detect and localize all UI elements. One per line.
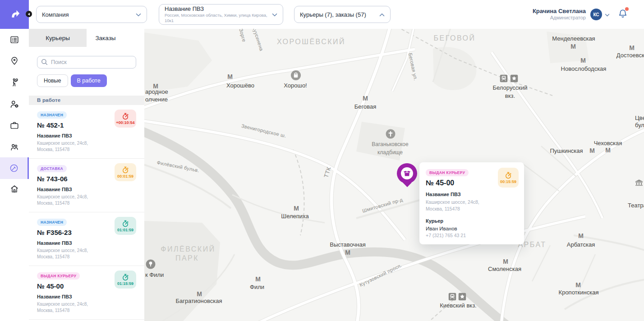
stopwatch-icon [122,220,129,227]
tab-orders[interactable]: Заказы [87,29,124,47]
map[interactable]: ХОРОШЁВСКИЙБЕГОВОЙАРБАТФИЛЁВСКИЙПАРКЗвен… [144,29,644,321]
map-label: Цветной [635,115,644,121]
user-role: Администратор [533,15,586,21]
order-pvz-name: Название ПВЗ [37,133,136,138]
map-label: БЕГОВОЙ [434,34,476,42]
order-timer: 00:01:59 [115,163,136,181]
order-pvz-name: Название ПВЗ [37,187,136,192]
sidebar-collapse-button[interactable] [26,11,32,17]
map-label: Белорусский [493,84,528,91]
order-status-badge: НАЗНАЧЕН [37,111,67,119]
order-status-badge: НАЗНАЧЕН [37,219,67,226]
star-map-icon [459,293,466,301]
marker-ring [397,163,417,183]
metro-map-icon: М [575,282,581,288]
order-popup[interactable]: ВЫДАН КУРЬЕРУ № 45-00 Название ПВЗ Кашир… [419,162,524,244]
metro-map-icon: М [197,291,202,297]
map-label: Хорошёво [226,82,254,89]
sidebar-item-locations[interactable] [0,50,29,72]
staff-icon [9,142,19,152]
section-header: В работе [29,96,144,105]
filter-buttons: Новые В работе [37,74,136,87]
tab-couriers[interactable]: Курьеры [29,29,87,47]
chevron-up-icon [379,11,385,18]
cemetery-map-icon [386,129,396,139]
map-label: Ваганьковское [372,141,408,147]
metro-map-icon: М [580,57,586,64]
search-input[interactable] [37,56,136,69]
filter-inwork-button[interactable]: В работе [71,74,107,87]
map-label: бульвар [635,122,644,128]
sidebar-item-clients[interactable] [0,93,29,115]
popup-courier-name: Иван Иванов [426,226,518,231]
map-label: ПАРК [175,254,199,262]
order-card[interactable]: НАЗНАЧЕН № 452-1 Название ПВЗ Каширское … [29,105,144,159]
map-label: Достоевская [616,52,644,59]
dashboard-icon [9,163,19,173]
sidebar-item-home[interactable] [0,178,29,200]
user-settings-icon [9,99,19,109]
metro-map-icon: М [153,83,158,89]
map-label: Шелепиха [281,213,308,220]
sidebar-item-staff[interactable] [0,136,29,158]
map-label: кладбище [377,149,403,156]
order-address: Каширское шоссе, 24с8,Москва, 115478 [37,301,136,314]
metro-map-icon: М [605,147,611,153]
chevron-down-icon[interactable] [605,10,610,18]
map-label: Багратионовская [175,298,222,304]
pvz-dropdown[interactable]: Название ПВЗ Россия, Московская область,… [159,4,283,25]
company-dropdown[interactable]: Компания [36,6,147,23]
metro-map-icon: М [503,258,508,265]
map-label: Выставочная [330,241,365,248]
map-label: Хорошо! [284,82,307,89]
order-address: Каширское шоссе, 24с8,Москва, 115478 [37,194,136,206]
briefcase-icon [9,120,19,130]
order-card[interactable]: ДОСТАВКА № 743-06 Название ПВЗ Каширское… [29,159,144,212]
user-name: Крачина Светлана [533,8,586,15]
map-tiles [144,29,644,321]
user-menu[interactable]: Крачина Светлана Администратор [533,8,586,21]
map-label: Смоленская [488,266,521,272]
order-timer: +00:10:54 [115,110,136,128]
popup-address: Каширское шоссе, 24с8,Москва, 115478 [426,199,518,212]
topbar: Компания Название ПВЗ Россия, Московская… [29,0,644,29]
popup-courier-phone: +7 (321) 765 43 21 [426,233,518,238]
sidebar-item-dashboard[interactable] [0,157,29,179]
stopwatch-icon [122,274,129,281]
stopwatch-icon [122,113,129,120]
map-label: Фили [250,284,264,290]
app-root: ХОРОШЁВСКИЙБЕГОВОЙАРБАТФИЛЁВСКИЙПАРКЗвен… [0,0,644,321]
chevron-left-icon [28,13,30,16]
popup-pvz-name: Название ПВЗ [426,192,518,197]
sidebar-item-registry[interactable] [0,29,29,50]
app-logo[interactable] [0,0,29,29]
metro-map-icon: М [363,95,368,101]
metro-map-icon: М [570,43,576,50]
order-timer: 01:15:59 [115,271,136,289]
map-label: Новослободская [561,65,607,72]
map-label: ХОРОШЁВСКИЙ [277,38,345,46]
popup-courier-label: Курьер [426,218,518,224]
sidebar-item-company[interactable] [0,115,29,136]
order-card[interactable]: НАЗНАЧЕН № F356-23 Название ПВЗ Каширско… [29,212,144,266]
theater-map-icon [635,179,644,186]
search-box [37,56,136,69]
avatar[interactable]: КС [590,9,602,20]
stopwatch-icon [122,166,129,174]
train-map-icon [449,293,456,301]
home-icon [9,184,19,194]
pvz-map-marker[interactable] [397,163,417,183]
orders-panel: Курьеры Заказы Новые В работе В работе Н… [29,29,144,321]
map-label: Арбатская [567,241,595,248]
map-label: Театральная [628,202,644,209]
map-label: Беговая [354,103,376,110]
order-card[interactable]: ВЫДАН КУРЬЕРУ № 45-00 Название ПВЗ Кашир… [29,266,144,320]
popup-status-badge: ВЫДАН КУРЬЕРУ [426,169,469,176]
chevron-down-icon [272,10,277,18]
metro-map-icon: М [227,73,233,80]
couriers-orders-dropdown[interactable]: Курьеры (7), заказы (57) [294,6,391,23]
notifications-bell-icon[interactable] [618,9,628,20]
filter-new-button[interactable]: Новые [37,74,68,87]
order-pvz-name: Название ПВЗ [37,240,136,246]
sidebar-item-couriers[interactable] [0,72,29,93]
